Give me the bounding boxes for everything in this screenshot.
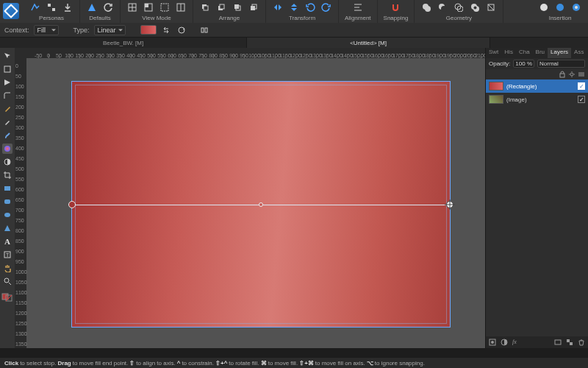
add-layer-icon[interactable] xyxy=(554,339,562,346)
pan-tool-icon[interactable] xyxy=(2,263,12,273)
ellipse-tool-icon[interactable] xyxy=(2,210,12,220)
svg-rect-40 xyxy=(4,66,10,72)
svg-rect-39 xyxy=(205,28,207,32)
rotate-gradient-icon[interactable] xyxy=(176,24,187,35)
gradient-end-stop[interactable] xyxy=(446,201,453,208)
forward-one-icon[interactable] xyxy=(232,1,243,13)
export-persona-icon[interactable] xyxy=(62,1,74,13)
pencil-tool-icon[interactable] xyxy=(2,117,12,127)
triangle-tool-icon[interactable] xyxy=(2,223,12,233)
tab-label: Beetle_BW. [M] xyxy=(103,40,143,46)
opacity-field[interactable]: 100 % xyxy=(513,60,534,68)
corner-tool-icon[interactable] xyxy=(2,91,12,101)
crop-tool-icon[interactable] xyxy=(2,170,12,180)
status-key: ^ xyxy=(177,360,181,367)
vertical-ruler[interactable]: 0501001502002503003504004505005506006507… xyxy=(15,58,26,348)
zoom-tool-icon[interactable] xyxy=(2,276,12,286)
brush-tool-icon[interactable] xyxy=(2,130,12,141)
artboard-tool-icon[interactable] xyxy=(2,64,12,74)
flip-h-icon[interactable] xyxy=(272,1,284,13)
layer-row[interactable]: (Rectangle) ✓ xyxy=(486,79,588,93)
ruler-origin[interactable] xyxy=(15,48,26,58)
rotate-ccw-icon[interactable] xyxy=(304,1,316,13)
add-pixel-layer-icon[interactable] xyxy=(566,339,573,346)
panel-tab[interactable]: His xyxy=(501,48,516,58)
move-tool-icon[interactable] xyxy=(2,51,12,61)
document-tab[interactable]: Beetle_BW. [M] xyxy=(0,38,247,48)
panel-tab[interactable]: Bru xyxy=(533,48,548,58)
divide-icon[interactable] xyxy=(485,1,497,13)
transparency-tool-icon[interactable] xyxy=(2,157,12,167)
add-icon[interactable] xyxy=(420,1,432,13)
sync-defaults-icon[interactable] xyxy=(86,1,98,13)
back-one-icon[interactable] xyxy=(215,1,227,13)
pen-tool-icon[interactable] xyxy=(2,104,12,114)
reverse-gradient-icon[interactable] xyxy=(161,24,172,35)
rounded-rect-tool-icon[interactable] xyxy=(2,197,12,207)
gear-icon[interactable] xyxy=(568,71,576,78)
rectangle-tool-icon[interactable] xyxy=(2,183,12,194)
color-swatches-icon[interactable] xyxy=(1,292,14,302)
move-front-icon[interactable] xyxy=(248,1,259,13)
panel-menu-icon[interactable] xyxy=(578,71,585,78)
flip-v-icon[interactable] xyxy=(288,1,300,13)
frame-text-tool-icon[interactable]: T xyxy=(2,250,12,260)
ruler-tick-label: 1050 xyxy=(15,280,27,285)
revert-defaults-icon[interactable] xyxy=(102,1,114,13)
type-label: Type: xyxy=(74,26,90,34)
ruler-tick-label: 150 xyxy=(15,94,24,99)
insert-behind-icon[interactable] xyxy=(554,1,566,13)
insert-top-icon[interactable] xyxy=(570,1,582,13)
svg-point-60 xyxy=(491,341,494,344)
aspect-lock-icon[interactable] xyxy=(199,24,210,35)
viewport[interactable] xyxy=(26,58,485,348)
gradient-start-stop[interactable] xyxy=(68,201,76,208)
horizontal-ruler[interactable]: -500501001502002503003504004505005506006… xyxy=(26,48,485,58)
document-tab[interactable]: <Untitled> [M] xyxy=(247,38,490,48)
node-tool-icon[interactable] xyxy=(2,77,12,88)
mask-layer-icon[interactable] xyxy=(489,339,496,346)
ruler-tick-label: 600 xyxy=(15,187,24,192)
align-icon[interactable] xyxy=(352,1,364,13)
snapping-icon[interactable] xyxy=(390,1,401,13)
fill-tool-icon[interactable] xyxy=(2,144,12,154)
selected-rectangle[interactable] xyxy=(72,82,450,327)
xor-icon[interactable] xyxy=(469,1,481,13)
split-view-icon[interactable] xyxy=(175,1,187,13)
visibility-checkbox[interactable]: ✓ xyxy=(578,96,585,103)
retina-view-icon[interactable] xyxy=(143,1,154,13)
artistic-text-tool-icon[interactable]: A xyxy=(2,236,12,247)
panel-tab[interactable]: Swt xyxy=(486,48,501,58)
context-select[interactable]: Fill xyxy=(34,25,59,35)
panel-tab[interactable]: Cha xyxy=(516,48,533,58)
svg-marker-46 xyxy=(4,225,10,231)
move-back-icon[interactable] xyxy=(199,1,211,13)
visibility-checkbox[interactable]: ✓ xyxy=(578,82,585,90)
pixel-view-icon[interactable] xyxy=(126,1,138,13)
rotate-cw-icon[interactable] xyxy=(320,1,332,13)
vector-persona-icon[interactable] xyxy=(29,1,41,13)
panel-tab[interactable]: Ass xyxy=(571,48,587,58)
outline-view-icon[interactable] xyxy=(159,1,171,13)
svg-point-25 xyxy=(441,6,447,12)
adjustment-layer-icon[interactable] xyxy=(501,339,508,346)
subtract-icon[interactable] xyxy=(437,1,448,13)
type-select[interactable]: Linear xyxy=(94,25,126,35)
gradient-mid-stop[interactable] xyxy=(259,202,263,207)
fx-icon[interactable]: fx xyxy=(512,339,520,346)
blend-mode-select[interactable]: Normal xyxy=(537,60,585,68)
layer-row[interactable]: (Image) ✓ xyxy=(486,93,588,106)
canvas[interactable]: -500501001502002503003504004505005506006… xyxy=(15,48,485,348)
delete-layer-icon[interactable] xyxy=(578,339,585,346)
ruler-tick-label: 50 xyxy=(15,74,21,79)
status-text: to rotate fill. xyxy=(229,360,259,367)
pixel-persona-icon[interactable] xyxy=(46,1,57,13)
panel-tab[interactable]: Layers xyxy=(548,48,571,58)
insert-inside-icon[interactable] xyxy=(538,1,550,13)
lock-icon[interactable] xyxy=(559,71,566,78)
intersect-icon[interactable] xyxy=(453,1,465,13)
fill-swatch[interactable] xyxy=(140,25,157,35)
ruler-tick-label: 850 xyxy=(15,238,24,244)
panel-tabs: SwtHisChaBruLayersAssFXSty xyxy=(486,48,588,58)
viewmode-group: View Mode xyxy=(121,0,193,23)
